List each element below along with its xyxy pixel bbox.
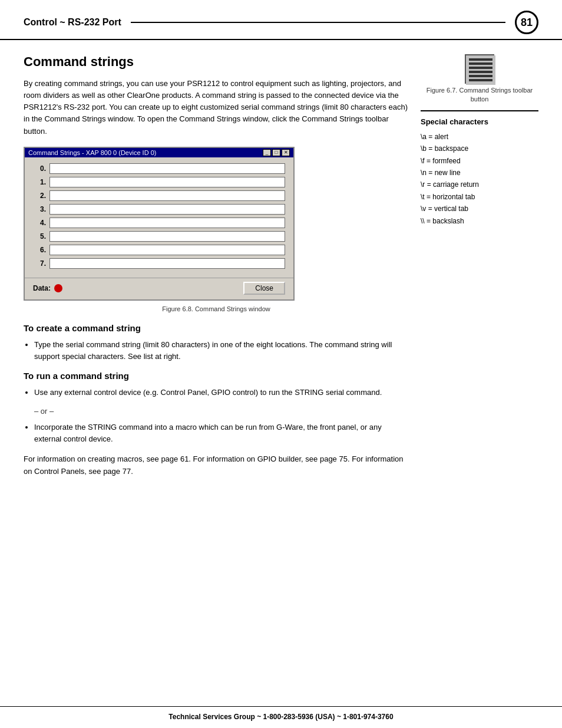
special-char-horizontal-tab: \t = horizontal tab [421,191,538,203]
cmd-row-2: 2. [33,190,285,201]
cmd-label-2: 2. [33,192,46,200]
special-char-carriage-return: \r = carriage return [421,179,538,190]
cmd-row-0: 0. [33,163,285,174]
cmd-input-6[interactable] [49,245,285,255]
cmd-label-4: 4. [33,219,46,227]
special-chars-title: Special characters [421,117,538,126]
section-title: Command strings [24,54,409,70]
cmd-row-4: 4. [33,218,285,228]
special-char-newline: \n = new line [421,167,538,179]
cmd-input-7[interactable] [49,258,285,269]
header-title: Control ~ RS-232 Port [24,17,121,28]
special-char-backslash: \\ = backslash [421,215,538,227]
window-body: 0. 1. 2. 3. [25,157,293,275]
cmd-label-7: 7. [33,259,46,268]
toolbar-button-image [465,54,494,84]
run-bullets-2: Incorporate the STRING command into a ma… [34,421,409,445]
cmd-input-4[interactable] [49,218,285,228]
svg-rect-2 [469,62,492,65]
titlebar-buttons: _ □ ✕ [263,149,290,156]
cmd-input-3[interactable] [49,204,285,215]
cmd-row-6: 6. [33,245,285,255]
run-heading: To run a command string [24,371,409,381]
special-char-formfeed: \f = formfeed [421,155,538,167]
figure-67-caption: Figure 6.7. Command Strings toolbar butt… [421,86,538,104]
cmd-label-3: 3. [33,205,46,213]
svg-rect-4 [469,71,492,73]
run-bullet-2: Incorporate the STRING command into a ma… [34,421,409,445]
toolbar-icon-svg [466,55,495,85]
figure-68-caption: Figure 6.8. Command Strings window [24,305,409,312]
footer-text: Technical Services Group ~ 1-800-283-593… [168,713,393,721]
svg-rect-5 [469,75,492,77]
create-bullet-1: Type the serial command string (limit 80… [34,339,409,363]
header-line [131,22,505,23]
special-chars-section: Special characters \a = alert \b = backs… [421,110,538,227]
toolbar-button-figure: Figure 6.7. Command Strings toolbar butt… [421,54,538,104]
page-footer: Technical Services Group ~ 1-800-283-593… [0,706,562,728]
command-strings-window: Command Strings - XAP 800 0 (Device ID 0… [24,147,295,301]
cmd-label-5: 5. [33,232,46,241]
page-number-badge: 81 [515,11,538,34]
closing-text: For information on creating macros, see … [24,453,409,477]
cmd-row-1: 1. [33,177,285,187]
cmd-input-5[interactable] [49,231,285,242]
maximize-button[interactable]: □ [272,149,280,156]
svg-rect-3 [469,67,492,69]
create-bullets: Type the serial command string (limit 80… [34,339,409,363]
close-button[interactable]: ✕ [282,149,290,156]
page: Control ~ RS-232 Port 81 Command strings… [0,0,562,728]
page-number: 81 [521,17,533,29]
cmd-label-6: 6. [33,246,46,254]
window-close-button[interactable]: Close [243,282,285,295]
data-status-icon [54,284,62,292]
minimize-button[interactable]: _ [263,149,271,156]
cmd-label-1: 1. [33,178,46,186]
or-divider: – or – [34,407,409,416]
window-title: Command Strings - XAP 800 0 (Device ID 0… [28,149,156,156]
cmd-label-0: 0. [33,164,46,173]
cmd-row-7: 7. [33,258,285,269]
special-char-alert: \a = alert [421,131,538,143]
cmd-row-3: 3. [33,204,285,215]
svg-rect-1 [469,58,492,61]
cmd-input-1[interactable] [49,177,285,187]
svg-rect-6 [469,79,492,81]
window-titlebar: Command Strings - XAP 800 0 (Device ID 0… [25,148,293,157]
data-label: Data: [33,284,51,292]
cmd-input-0[interactable] [49,163,285,174]
special-char-backspace: \b = backspace [421,143,538,154]
page-header: Control ~ RS-232 Port 81 [0,0,562,40]
cmd-input-2[interactable] [49,190,285,201]
create-heading: To create a command string [24,323,409,333]
window-footer: Data: Close [25,278,293,299]
main-column: Command strings By creating command stri… [24,54,409,487]
cmd-row-5: 5. [33,231,285,242]
main-content: Command strings By creating command stri… [0,40,562,487]
special-char-vertical-tab: \v = vertical tab [421,203,538,215]
run-bullet-1: Use any external control device (e.g. Co… [34,387,409,398]
side-column: Figure 6.7. Command Strings toolbar butt… [421,54,538,487]
run-bullets: Use any external control device (e.g. Co… [34,387,409,398]
section-body: By creating command strings, you can use… [24,78,409,137]
